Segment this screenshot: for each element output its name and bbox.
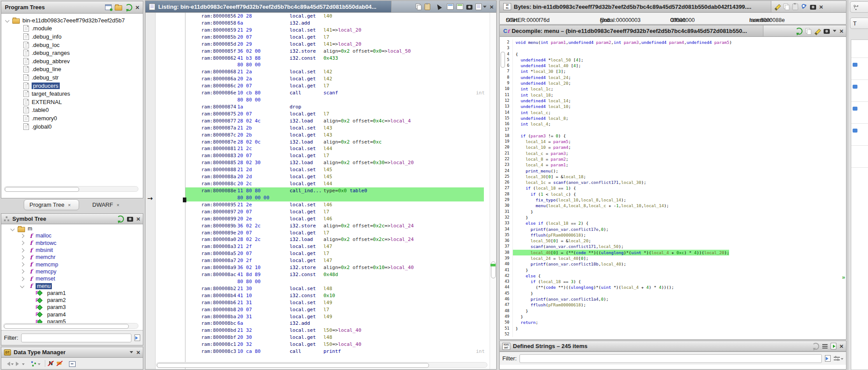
close-icon[interactable]: × [135,4,139,11]
refresh-icon[interactable] [117,216,124,223]
tree-item[interactable]: .global0 [1,122,143,131]
listing-row[interactable]: ram:8000086a20 2alocal.getl42 [145,75,491,83]
display-dropdown-icon[interactable] [483,6,487,10]
scrollbar-thumb[interactable] [5,187,79,192]
decompile-scrollbar-thumb[interactable] [501,52,505,68]
listing-row[interactable]: ram:8000085f36 02 00i32.storealign=0x2 o… [145,48,491,55]
tree-item[interactable]: .memory0 [1,114,143,122]
decompile-line[interactable]: 35 fflush(pFRam00000618); [500,232,846,238]
close-icon[interactable]: × [490,4,494,10]
listing-row[interactable]: ram:8000089720 07local.getl7 [145,208,491,216]
decompile-line[interactable]: 36 local_50[0] = &local_20; [500,238,846,244]
decompile-line[interactable]: 41 } [500,267,846,273]
listing-row[interactable]: ram:800008a028 02 2ci32.loadalign=0x2 of… [145,236,491,243]
parameter-item[interactable]: Pparam2 [1,297,143,304]
decompile-line[interactable]: 39 local_24 = local_40[0]; [500,255,846,261]
listing-row[interactable]: 80 80 00 [145,61,491,68]
listing-row[interactable]: ram:8000088821 2dlocal.setl45 [145,166,491,173]
listing-row[interactable]: ram:8000089920 2elocal.getl46 [145,216,491,223]
listing-row[interactable]: ram:800008bf20 30local.getl48 [145,334,491,341]
symbol-item[interactable]: fmemcpy [1,268,143,275]
listing-view[interactable]: ram:8000085620 28local.getl40ram:8000085… [145,13,496,369]
decompile-line[interactable]: 46 printf(anon_var.conflict1a4,0); [500,296,846,302]
listing-row[interactable]: ram:8000085b20 07local.getl7 [145,34,491,41]
listing-row[interactable]: ram:8000086821 2alocal.setl42 [145,68,491,75]
listing-row[interactable]: ram:800008b221 30local.setl48 [145,285,491,292]
symbol-item[interactable]: fmemset [1,275,143,282]
listing-row[interactable]: ram:800008586ai32.add [145,20,491,27]
expand-icon[interactable] [20,241,25,245]
tab-close-icon[interactable]: × [68,202,70,208]
decompile-line[interactable]: 42 else { [500,273,846,279]
decompile-line[interactable]: 51} [500,326,846,331]
back-icon[interactable] [5,362,10,366]
decompile-line[interactable]: 8 undefined4 local_24; [500,75,846,80]
listing-row[interactable]: ram:8000086241 b3 88i32.const0x433 [145,55,491,62]
listing-row[interactable]: ram:800008bc6ai32.add [145,320,491,327]
refresh-icon[interactable] [812,343,819,350]
listing-row[interactable]: ram:800008bd21 32local.setl50=>local_40 [145,327,491,334]
display-options-icon[interactable] [476,4,482,10]
hierarchy-dropdown-icon[interactable] [38,363,40,366]
decompile-line[interactable]: 48 } [500,308,846,314]
collapse-all-icon[interactable] [69,361,76,367]
expand-icon[interactable] [20,269,25,274]
listing-row[interactable]: ram:800008b441 10i32.const0x10 [145,292,491,299]
listing-row[interactable]: 80 80 00 [145,97,491,104]
listing-row[interactable]: ram:800008a321 2flocal.setl47 [145,243,491,250]
decompile-line[interactable]: 7 int *local_30 [3]; [500,68,846,74]
collapse-icon[interactable] [5,18,10,22]
symbol-item[interactable]: fmbsinit [1,247,143,254]
close-icon[interactable]: × [839,343,843,349]
parameter-item[interactable]: Pparam3 [1,304,143,311]
tab-close-icon[interactable]: × [116,202,119,208]
decompile-line[interactable]: 4{ [500,51,846,57]
decompile-line[interactable]: 19 local_14 = param5; [500,139,846,144]
listing-row[interactable]: ram:800008a520 07local.getl7 [145,250,491,257]
panel-menu-icon[interactable] [130,351,133,355]
decompile-line[interactable]: 17 [500,127,846,133]
symbol-item[interactable]: fmbrtowc [1,240,143,247]
decompile-line[interactable]: 44 (**(code **)((ulonglong)*(uint *)(loc… [500,284,846,290]
panel-menu-icon[interactable] [833,30,836,34]
expand-icon[interactable] [20,284,25,288]
cursor-tool-icon[interactable] [436,3,442,10]
clear-filter-icon[interactable] [134,334,140,341]
disable-names-icon[interactable]: N [47,360,54,366]
import-icon[interactable] [831,343,836,349]
decompile-view[interactable]: 2void menu(int param1,undefined4 param2,… [500,37,846,339]
decompile-line[interactable]: 11 int local_18; [500,92,846,98]
decompile-line[interactable]: 25 local_30[0] = &local_18; [500,174,846,180]
forward-icon[interactable] [16,362,21,366]
paste-icon[interactable] [792,4,798,10]
decompile-line[interactable]: 16 int local_4; [500,121,846,127]
tree-root-row[interactable]: bin-e11db0983c7eeeff79d32b7eef2d5b7 [1,16,143,25]
decompile-line[interactable]: 24 print_menu(); [500,168,846,174]
symbol-filter-input[interactable] [21,334,132,342]
expand-icon[interactable] [20,262,25,267]
tab-dwarf[interactable]: DWARF × [87,199,125,210]
refresh-icon[interactable] [795,28,803,35]
decompile-line[interactable]: 9 undefined4 local_20; [500,80,846,86]
scrollbar-thumb[interactable] [157,363,429,368]
expand-icon[interactable] [20,248,25,252]
edit-icon[interactable] [774,4,781,10]
decompile-line[interactable]: 5 undefined4 *local_50 [4]; [500,57,846,63]
decompile-line[interactable]: 20 local_10 = param4; [500,144,846,150]
open-folder-icon[interactable] [115,5,122,11]
listing-row[interactable]: ram:8000087a21 2blocal.setl43 [145,125,491,132]
listing-vscrollbar[interactable] [490,13,496,369]
decompile-line[interactable]: 34 printf(anon_var.conflict17e,0); [500,226,846,232]
snapshot-icon[interactable] [127,217,133,222]
decompile-line[interactable]: 6 undefined4 local_40 [4]; [500,63,846,68]
edit-icon[interactable] [814,28,821,34]
listing-row[interactable]: ram:8000086e10 cb 80callscanfint [145,90,491,97]
symbol-item[interactable]: fmemchr [1,254,143,261]
parameter-item[interactable]: Pparam1 [1,290,143,297]
tree-item[interactable]: .debug_abbrev [1,57,143,65]
type-hierarchy-icon[interactable] [31,361,37,366]
listing-row[interactable]: ram:8000087e28 02 0ci32.loadalign=0x2 of… [145,139,491,146]
close-icon[interactable]: × [819,4,823,10]
strings-filter-input[interactable] [519,354,822,363]
listing-row[interactable]: ram:800008a936 02 10i32.storealign=0x2 o… [145,264,491,271]
